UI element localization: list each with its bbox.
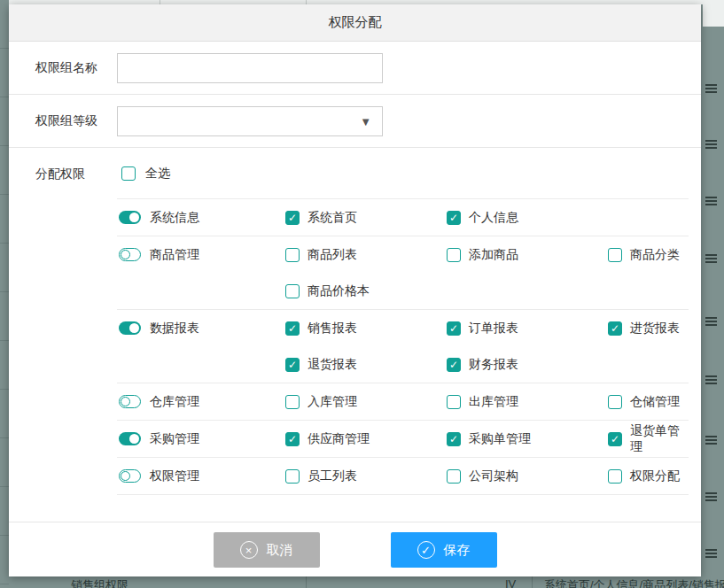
permission-label: 仓储管理 [630,394,680,410]
permission-items: 员工列表公司架构权限分配 [285,458,689,494]
background-clipped-text-mark [705,436,717,445]
module-toggle[interactable] [119,248,141,261]
permission-checkbox[interactable] [285,469,300,484]
permission-item: 商品分类 [608,247,689,263]
permission-label: 商品列表 [308,247,357,263]
permission-checkbox[interactable]: ✓ [447,321,461,336]
background-clipped-text-mark [705,84,717,94]
permission-checkbox[interactable]: ✓ [608,432,622,446]
permission-checkbox[interactable]: ✓ [447,211,461,225]
permission-item: ✓订单报表 [447,321,608,337]
permission-item: ✓系统首页 [285,210,447,226]
permission-group-level-row: 权限组等级 ▼ [9,95,701,148]
permission-assign-modal: 权限分配 权限组名称 权限组等级 ▼ 分配权限 全选 系统信息✓系统首页✓个人信… [9,4,701,576]
permission-checkbox[interactable] [285,248,300,262]
permission-checkbox[interactable] [447,395,461,409]
permission-item: 商品列表 [285,247,447,263]
permission-item: ✓退货单管理 [608,423,689,455]
permission-row: 数据报表✓销售报表✓订单报表✓进货报表✓退货报表✓财务报表 [117,310,689,383]
background-top-right-corner [703,0,724,27]
background-clipped-text-mark [705,140,717,150]
permission-label: 采购单管理 [469,431,531,447]
module-toggle[interactable] [119,321,141,335]
permission-item: 商品价格本 [285,283,447,299]
assign-permissions-content: 全选 系统信息✓系统首页✓个人信息商品管理商品列表添加商品商品分类商品价格本数据… [117,148,689,522]
permission-checkbox[interactable] [285,284,300,298]
permission-label: 进货报表 [630,321,680,337]
permission-checkbox[interactable] [608,395,622,409]
permission-row: 权限管理员工列表公司架构权限分配 [117,458,689,495]
permission-group-level-select[interactable]: ▼ [117,106,383,136]
permission-item: ✓供应商管理 [285,431,447,447]
background-clipped-text-mark [705,197,717,206]
permission-checkbox[interactable]: ✓ [285,211,300,225]
module-label: 权限管理 [150,468,199,484]
circle-x-icon: × [240,541,258,559]
cancel-button-label: 取消 [267,542,293,559]
chevron-down-icon: ▼ [360,115,371,127]
permission-items: 商品列表添加商品商品分类商品价格本 [285,236,689,309]
permission-checkbox[interactable] [447,469,461,484]
module-cell: 采购管理 [117,421,285,457]
permission-label: 商品分类 [630,247,680,263]
permission-item: ✓退货报表 [285,357,447,373]
background-cell-group-name: 销售组权限 [71,577,128,588]
permission-checkbox[interactable]: ✓ [285,432,300,446]
permission-checkbox[interactable]: ✓ [285,321,300,336]
assign-permissions-section: 分配权限 全选 系统信息✓系统首页✓个人信息商品管理商品列表添加商品商品分类商品… [9,148,701,522]
permission-group-name-row: 权限组名称 [9,42,701,95]
modal-title: 权限分配 [329,14,382,31]
circle-check-icon: ✓ [417,541,435,559]
permission-checkbox[interactable]: ✓ [447,358,461,372]
permission-checkbox[interactable] [447,248,461,262]
module-cell: 数据报表 [117,310,285,346]
module-toggle[interactable] [119,395,141,408]
module-label: 系统信息 [150,210,199,226]
permission-checkbox[interactable] [285,395,300,409]
background-cell-divider [306,576,307,588]
assign-permissions-label: 分配权限 [35,148,117,522]
permission-items: 入库管理出库管理仓储管理 [285,383,689,420]
background-clipped-text-mark [705,375,717,385]
permission-row: 采购管理✓供应商管理✓采购单管理✓退货单管理 [117,421,689,458]
permission-label: 权限分配 [630,468,680,484]
background-cell-divider [532,576,533,588]
module-label: 采购管理 [150,431,199,447]
select-all-label: 全选 [145,166,170,182]
permission-checkbox[interactable] [608,248,622,262]
permission-items: ✓销售报表✓订单报表✓进货报表✓退货报表✓财务报表 [285,310,689,383]
cancel-button[interactable]: × 取消 [214,532,320,568]
toggle-knob [129,213,139,222]
permission-group-level-label: 权限组等级 [35,113,117,129]
permission-group-name-input[interactable] [117,53,383,83]
permission-checkbox[interactable] [608,469,622,484]
permission-label: 入库管理 [308,394,357,410]
permission-items: ✓系统首页✓个人信息 [285,199,689,236]
module-toggle[interactable] [119,211,141,224]
permission-label: 个人信息 [469,210,518,226]
permission-checkbox[interactable]: ✓ [285,358,300,372]
permission-item: ✓财务报表 [447,357,608,373]
permission-item: 入库管理 [285,394,447,410]
save-button[interactable]: ✓ 保存 [391,532,497,568]
background-clipped-text-mark [705,549,717,559]
permission-label: 公司架构 [469,468,518,484]
permission-group-name-label: 权限组名称 [35,60,117,76]
permission-label: 财务报表 [469,357,518,373]
background-cell-level: IV [505,577,516,588]
background-cell-permissions: 系统首页/个人信息/商品列表/销售报表/退货单管理 [544,577,724,588]
select-all-checkbox[interactable] [121,166,136,181]
permission-item: ✓个人信息 [447,210,608,226]
permission-item: 权限分配 [608,468,689,484]
modal-header: 权限分配 [9,4,701,42]
permission-checkbox[interactable]: ✓ [447,432,461,446]
permission-row: 商品管理商品列表添加商品商品分类商品价格本 [117,236,689,310]
permission-checkbox[interactable]: ✓ [608,321,622,336]
toggle-knob [129,323,139,333]
permission-label: 供应商管理 [308,431,370,447]
module-toggle[interactable] [119,432,141,445]
module-toggle[interactable] [119,469,141,483]
permission-label: 出库管理 [469,394,518,410]
permission-item: ✓进货报表 [608,321,689,337]
permission-label: 添加商品 [469,247,518,263]
